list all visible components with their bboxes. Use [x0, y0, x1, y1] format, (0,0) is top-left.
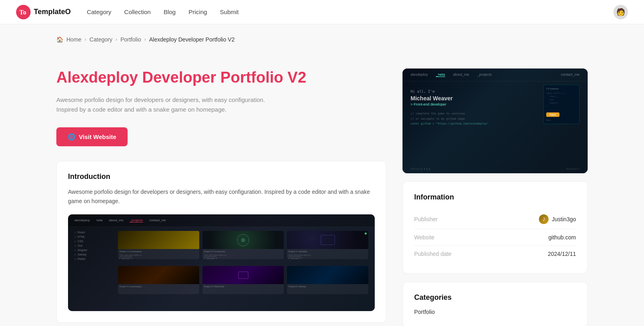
info-row-published-date: Published date 2024/12/11 [414, 246, 576, 262]
mock-card-text-1: Project 1 // ui-animations Auto ante ips… [118, 249, 199, 259]
mock-project-card-2: Project 2 // ui-resources Auto ante ipsu… [202, 231, 284, 259]
nav-item-submit[interactable]: Submit [220, 8, 239, 16]
breadcrumb-category[interactable]: Category [89, 36, 112, 43]
svg-text:To: To [19, 9, 26, 16]
mock-sidebar-item-4: Vue [74, 244, 115, 247]
breadcrumb-portfolio[interactable]: Portfolio [120, 36, 141, 43]
mock-nav-item-2: neta [96, 218, 103, 222]
published-date-label: Published date [414, 251, 452, 257]
mock-card-img-5 [202, 266, 284, 284]
publisher-label: Publisher [414, 216, 438, 222]
mock-project-card-5: Project 5 // #three-fiber [202, 266, 284, 294]
mock-sidebar-item-2: HTML [74, 235, 115, 238]
logo[interactable]: To TemplateO [16, 5, 71, 19]
hero-nav-item-2: _neta [436, 73, 445, 77]
mock-sidebar-item-5: Angular [74, 249, 115, 251]
categories-card: Categories Portfolio [402, 282, 588, 326]
intro-body: Awesome porfolio design for developers o… [68, 187, 375, 207]
hero-footer: Find me on: ∎ ∎ ∎ AlexScore: 0 [402, 167, 588, 170]
hero-more: More [546, 119, 577, 121]
info-row-publisher: Publisher J Justin3go [414, 210, 576, 229]
mock-card-text-5: Project 5 // #three-fiber [202, 284, 284, 289]
globe-icon: 🌐 [68, 133, 76, 141]
mock-project-card-6: Project 6 // #threejs [287, 266, 368, 294]
hero-panel-line-2: 'react', [546, 95, 577, 98]
mock-sidebar-item-1: React [74, 231, 115, 234]
hero-panel-line-1: const skills = [ [546, 91, 577, 95]
nav-item-pricing[interactable]: Pricing [188, 8, 207, 16]
mock-sidebar-item-6: Gatsby [74, 253, 115, 256]
mock-nav: alexdeploy neta about_me _projects conta… [68, 214, 375, 227]
mock-sidebar-item-3: CSS [74, 240, 115, 243]
hero-score: AlexScore: 0 [566, 168, 580, 170]
nav-link-submit[interactable]: Submit [220, 8, 239, 15]
home-icon: 🏠 [56, 36, 63, 43]
hero-screenshot: alexdeploy _neta about_me _projects cont… [402, 69, 588, 173]
published-date-value: 2024/12/11 [548, 251, 576, 257]
hero-panel-line-5: ] [546, 104, 577, 108]
website-value: github.com [549, 234, 576, 241]
nav-item-collection[interactable]: Collection [124, 8, 151, 16]
hero-nav-item-1: alexdeploy [411, 73, 428, 77]
website-label: Website [414, 234, 434, 241]
hero-mock-nav: alexdeploy _neta about_me _projects cont… [402, 69, 588, 81]
hero-panel-title: // if explorer [546, 87, 577, 90]
logo-icon: To [16, 5, 31, 19]
visit-website-button[interactable]: 🌐 Visit Website [56, 127, 128, 146]
nav-item-blog[interactable]: Blog [163, 8, 175, 16]
intro-card: Introduction Awesome porfolio design for… [56, 161, 386, 323]
publisher-name: Justin3go [552, 216, 576, 222]
mock-nav-item-4: _projects [130, 218, 142, 222]
mock-card-text-2: Project 2 // ui-resources Auto ante ipsu… [202, 249, 284, 259]
breadcrumb: 🏠 Home › Category › Portfolio › Alexdepl… [56, 36, 588, 43]
nav-item-category[interactable]: Category [87, 8, 111, 16]
info-row-website: Website github.com [414, 229, 576, 246]
categories-heading: Categories [414, 293, 576, 302]
navbar-left: To TemplateO Category Collection Blog Pr… [16, 5, 239, 19]
mock-card-img-1 [118, 231, 199, 249]
nav-link-pricing[interactable]: Pricing [188, 8, 207, 15]
breadcrumb-sep2: › [116, 37, 117, 42]
mock-card-img-3 [287, 231, 368, 249]
mock-content: React HTML CSS Vue Angular Gatsby Flutte… [68, 227, 375, 264]
hero-panel-line-3: 'vue', [546, 98, 577, 101]
right-content: alexdeploy _neta about_me _projects cont… [402, 69, 588, 326]
mock-card-text-3: Project 3 // #portfolio Auto ante ipsum … [287, 249, 368, 259]
mock-rows2: Project 4 // ui-animations Project 5 // … [68, 264, 375, 297]
mock-card-text-6: Project 6 // #threejs [287, 284, 368, 289]
hero-mock: alexdeploy _neta about_me _projects cont… [402, 69, 588, 173]
main-container: 🏠 Home › Category › Portfolio › Alexdepl… [40, 24, 604, 326]
page-title: Alexdeploy Developer Portfolio V2 [56, 69, 386, 87]
hero-nav-item-5: contact_me [561, 73, 580, 77]
mock-project-card-4: Project 4 // ui-animations [118, 266, 199, 294]
avatar[interactable]: 🧑 [613, 5, 628, 19]
category-portfolio[interactable]: Portfolio [414, 309, 435, 315]
mock-project-card-1: Project 1 // ui-animations Auto ante ips… [118, 231, 199, 259]
nav-link-collection[interactable]: Collection [124, 8, 151, 15]
mock-sidebar-item-7: Flutter [74, 257, 115, 260]
breadcrumb-home[interactable]: Home [66, 36, 81, 43]
nav-links: Category Collection Blog Pricing Submit [87, 8, 239, 16]
hero-nav-item-4: _projects [477, 73, 492, 77]
screenshot-container: alexdeploy neta about_me _projects conta… [68, 214, 375, 311]
info-card: Information Publisher J Justin3go Websit… [402, 181, 588, 274]
mock-nav-item-1: alexdeploy [74, 218, 90, 222]
publisher-avatar: J [539, 214, 549, 224]
hero-cta-button: Start! [546, 112, 559, 117]
nav-link-blog[interactable]: Blog [163, 8, 175, 15]
nav-link-category[interactable]: Category [87, 8, 111, 15]
left-content: Alexdeploy Developer Portfolio V2 Awesom… [56, 69, 386, 326]
page-description: Awesome porfolio design for developers o… [56, 95, 282, 114]
screenshot-mock: alexdeploy neta about_me _projects conta… [68, 214, 375, 311]
visit-button-label: Visit Website [79, 133, 116, 140]
hero-cta: Start! [546, 110, 577, 117]
hero-footer-text: Find me on: ∎ ∎ ∎ [411, 167, 430, 170]
intro-heading: Introduction [68, 172, 375, 181]
mock-nav-item-5: contact_me [149, 218, 166, 222]
publisher-avatar-icon: J [543, 217, 545, 222]
mock-card-text-4: Project 4 // ui-animations [118, 284, 199, 289]
mock-card-img-2 [202, 231, 284, 249]
hero-body: Hi all, I'm Micheal Weaver > Front-end d… [402, 81, 588, 135]
breadcrumb-current: Alexdeploy Developer Portfolio V2 [149, 36, 235, 43]
avatar-image: 🧑 [616, 8, 625, 17]
